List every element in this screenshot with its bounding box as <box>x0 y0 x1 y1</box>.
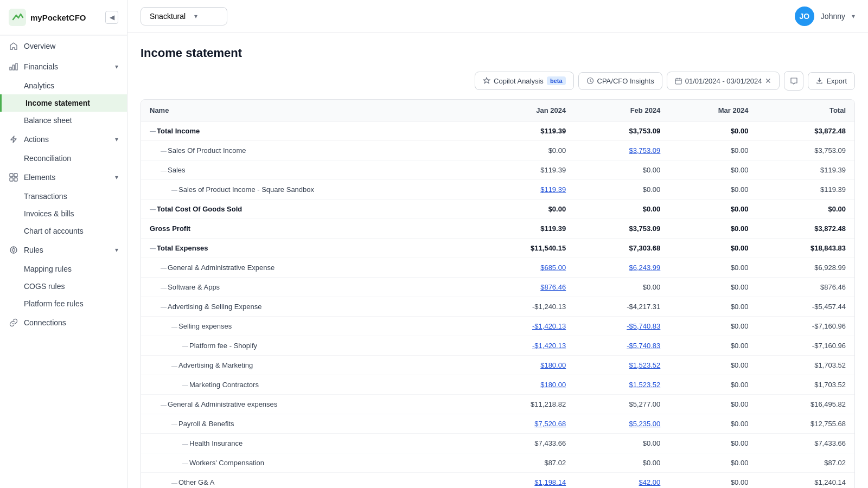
cell-value: $1,703.52 <box>757 375 854 395</box>
cell-value[interactable]: $119.39 <box>477 180 575 200</box>
sidebar-item-invoices-bills[interactable]: Invoices & bills <box>0 205 127 222</box>
cell-value: $0.00 <box>575 180 669 200</box>
collapse-icon[interactable]: — <box>171 323 177 330</box>
svg-rect-7 <box>14 178 17 181</box>
sidebar-item-connections-label: Connections <box>24 318 118 327</box>
table-row: —Advertising & Marketing$180.00$1,523.52… <box>141 356 854 375</box>
sidebar-item-chart-of-accounts-label: Chart of accounts <box>24 227 84 235</box>
cell-value: $119.39 <box>477 219 575 239</box>
collapse-icon[interactable]: — <box>161 304 167 310</box>
cell-value: $6,928.99 <box>757 258 854 278</box>
svg-rect-11 <box>675 79 681 84</box>
cell-value[interactable]: $685.00 <box>477 258 575 278</box>
collapse-icon[interactable]: — <box>182 460 188 466</box>
cell-value[interactable]: $1,523.52 <box>575 356 669 375</box>
cell-value: $5,277.00 <box>575 395 669 414</box>
collapse-icon[interactable]: — <box>161 147 167 154</box>
sidebar-item-cogs-rules[interactable]: COGS rules <box>0 278 127 295</box>
collapse-icon[interactable]: — <box>150 245 156 252</box>
collapse-icon[interactable]: — <box>171 187 177 193</box>
sidebar-item-elements[interactable]: Elements ▾ <box>0 167 127 188</box>
sidebar-item-analytics[interactable]: Analytics <box>0 77 127 94</box>
collapse-icon[interactable]: — <box>161 167 167 174</box>
collapse-icon[interactable]: — <box>182 382 188 388</box>
page-title: Income statement <box>141 46 855 60</box>
svg-rect-5 <box>14 174 17 177</box>
collapse-icon[interactable]: — <box>182 343 188 349</box>
cell-value[interactable]: $7,520.68 <box>477 414 575 434</box>
sidebar-item-transactions[interactable]: Transactions <box>0 188 127 205</box>
sidebar-collapse-button[interactable]: ◀ <box>105 11 118 24</box>
date-range-filter[interactable]: 01/01/2024 - 03/01/2024 ✕ <box>667 72 780 90</box>
company-selector[interactable]: Snacktural ▾ <box>141 7 227 25</box>
cell-value[interactable]: -$5,740.83 <box>575 317 669 336</box>
collapse-icon[interactable]: — <box>150 206 156 213</box>
collapse-icon[interactable]: — <box>150 128 156 134</box>
cell-value: $0.00 <box>757 200 854 219</box>
sidebar-item-financials[interactable]: Financials ▾ <box>0 56 127 77</box>
sidebar-item-rules[interactable]: Rules ▾ <box>0 240 127 260</box>
collapse-icon[interactable]: — <box>171 421 177 427</box>
cell-value[interactable]: $180.00 <box>477 356 575 375</box>
sidebar-item-chart-of-accounts[interactable]: Chart of accounts <box>0 222 127 240</box>
cell-value[interactable]: -$5,740.83 <box>575 336 669 356</box>
sidebar-item-reconciliation[interactable]: Reconciliation <box>0 150 127 167</box>
sidebar-item-connections[interactable]: Connections <box>0 312 127 333</box>
cpa-insights-label: CPA/CFO Insights <box>597 77 654 85</box>
rules-expand-icon: ▾ <box>115 246 118 254</box>
table-row: —Software & Apps$876.46$0.00$0.00$876.46 <box>141 278 854 297</box>
clear-date-icon[interactable]: ✕ <box>765 76 771 85</box>
collapse-icon[interactable]: — <box>171 479 177 486</box>
elements-expand-icon: ▾ <box>115 174 118 181</box>
comment-button[interactable] <box>784 71 803 91</box>
cell-value[interactable]: -$1,420.13 <box>477 336 575 356</box>
sidebar-item-income-statement[interactable]: Income statement <box>0 94 127 112</box>
cell-value[interactable]: $180.00 <box>477 375 575 395</box>
app-name: myPocketCFO <box>30 13 86 22</box>
cell-value[interactable]: -$1,420.13 <box>477 317 575 336</box>
sidebar-item-mapping-rules[interactable]: Mapping rules <box>0 260 127 278</box>
cell-value[interactable]: $3,753.09 <box>575 141 669 160</box>
cell-value[interactable]: $1,198.14 <box>477 473 575 489</box>
collapse-icon[interactable]: — <box>161 265 167 271</box>
sidebar-item-actions[interactable]: Actions ▾ <box>0 129 127 150</box>
cell-value[interactable]: $876.46 <box>477 278 575 297</box>
cell-value: $87.02 <box>477 453 575 473</box>
cell-value: $0.00 <box>669 414 757 434</box>
sidebar-item-overview[interactable]: Overview <box>0 36 127 56</box>
cell-value[interactable]: $42.00 <box>575 473 669 489</box>
copilot-analysis-button[interactable]: Copilot Analysis beta <box>475 72 573 90</box>
collapse-icon[interactable]: — <box>161 401 167 408</box>
cell-value: $12,755.68 <box>757 414 854 434</box>
cell-value: $11,218.82 <box>477 395 575 414</box>
sidebar: myPocketCFO ◀ Overview Financials ▾ Anal… <box>0 0 127 488</box>
export-label: Export <box>826 77 847 85</box>
cell-value: $3,872.48 <box>757 121 854 141</box>
cell-value: $11,540.15 <box>477 239 575 258</box>
cell-value: $0.00 <box>669 434 757 453</box>
cell-name: —Sales <box>141 160 477 180</box>
cell-value[interactable]: $5,235.00 <box>575 414 669 434</box>
cell-value: $0.00 <box>669 453 757 473</box>
collapse-icon[interactable]: — <box>182 440 188 447</box>
cell-value[interactable]: $1,523.52 <box>575 375 669 395</box>
collapse-icon[interactable]: — <box>171 362 177 369</box>
cell-name: —Total Expenses <box>141 239 477 258</box>
svg-rect-1 <box>10 67 11 70</box>
collapse-icon[interactable]: — <box>161 284 167 291</box>
user-avatar[interactable]: JO <box>795 7 814 26</box>
insights-icon <box>586 77 594 85</box>
cell-name: Gross Profit <box>141 219 477 239</box>
content-area: Income statement Copilot Analysis beta C… <box>127 33 868 488</box>
sidebar-item-transactions-label: Transactions <box>24 192 67 201</box>
cell-value: -$7,160.96 <box>757 336 854 356</box>
export-button[interactable]: Export <box>808 72 855 90</box>
sidebar-item-platform-fee-rules[interactable]: Platform fee rules <box>0 295 127 312</box>
sidebar-item-balance-sheet[interactable]: Balance sheet <box>0 112 127 129</box>
cell-value: $876.46 <box>757 278 854 297</box>
user-chevron-icon: ▾ <box>852 12 855 20</box>
cell-value[interactable]: $6,243.99 <box>575 258 669 278</box>
col-total: Total <box>757 100 854 121</box>
table-row: —Sales Of Product Income$0.00$3,753.09$0… <box>141 141 854 160</box>
cpa-insights-button[interactable]: CPA/CFO Insights <box>578 72 662 90</box>
